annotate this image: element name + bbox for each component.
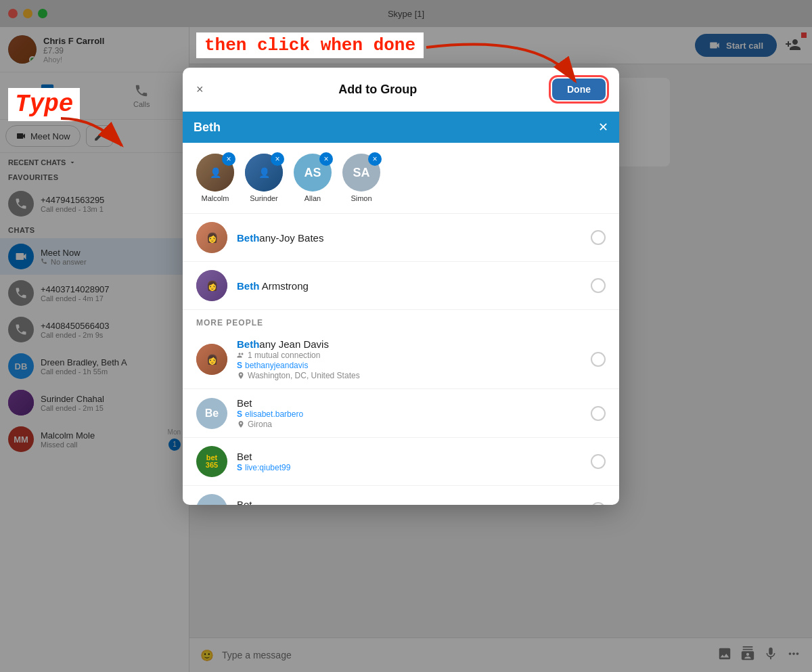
done-label: Done (567, 84, 591, 95)
modal-search-clear-button[interactable]: ✕ (598, 120, 608, 135)
modal-search-input[interactable] (194, 120, 598, 135)
contact-row-bethany-jean[interactable]: 👩 Bethany Jean Davis 1 mutual connection… (183, 330, 619, 389)
bet-barbero-initials: Be (205, 407, 219, 420)
chip-initials-allan: AS (304, 166, 321, 180)
bethany-jean-mutual: 1 mutual connection (248, 351, 320, 360)
bet-betianaformigo-display: Bet (237, 499, 252, 505)
contact-radio-beth-armstrong[interactable] (591, 278, 606, 293)
bethany-jean-skype: bethanyjeandavis (245, 361, 308, 370)
modal-header: × Add to Group Done (183, 68, 619, 112)
contact-row-bet-barbero[interactable]: Be Bet S elisabet.barbero Girona (183, 389, 619, 438)
contact-row-beth-armstrong[interactable]: 👩 Beth Armstrong (183, 262, 619, 310)
modal-close-button[interactable]: × (196, 83, 204, 97)
chip-allan: AS × Allan (294, 154, 332, 202)
contact-name-bethany-jean: Bethany Jean Davis (237, 338, 581, 350)
contact-row-bethany-joy[interactable]: 👩 Bethany-Joy Bates (183, 214, 619, 262)
contact-radio-bethany-jean[interactable] (591, 352, 606, 367)
bethany-jean-location: Washington, DC, United States (248, 371, 360, 380)
modal-search-bar: ✕ (183, 112, 619, 143)
chip-name-surinder: Surinder (250, 194, 278, 202)
modal-title: Add to Group (338, 83, 417, 97)
selected-contacts: 👤 × Malcolm 👤 × Surinder AS × Allan SA (183, 143, 619, 214)
chip-surinder: 👤 × Surinder (245, 154, 283, 202)
more-people-label: MORE PEOPLE (183, 310, 619, 330)
modal-done-button[interactable]: Done (552, 79, 606, 100)
chip-name-malcolm: Malcolm (202, 194, 229, 202)
chip-name-simon: Simon (351, 194, 371, 202)
add-to-group-modal: × Add to Group Done ✕ 👤 × Malcolm 👤 × Su… (183, 68, 619, 505)
chip-remove-malcolm[interactable]: × (222, 152, 235, 166)
contact-name-bethany-joy: Bethany-Joy Bates (237, 232, 581, 244)
chip-initials-simon: SA (353, 166, 369, 180)
chip-name-allan: Allan (304, 194, 321, 202)
contact-row-bet-betianaformigo[interactable]: Be Bet S betianaformigo (183, 486, 619, 505)
contact-name-bet-barbero: Bet (237, 397, 581, 409)
chip-remove-allan[interactable]: × (319, 152, 333, 166)
chip-malcolm: 👤 × Malcolm (196, 154, 234, 202)
contact-list: 👩 Bethany-Joy Bates 👩 Beth Armstrong MOR (183, 214, 619, 505)
contact-avatar-bet-barbero: Be (196, 398, 227, 429)
chip-remove-surinder[interactable]: × (271, 152, 284, 166)
bet-qiubet-initials: bet365 (206, 454, 218, 469)
contact-avatar-bethany-joy: 👩 (196, 222, 227, 253)
contact-name-bet-betianaformigo: Bet (237, 499, 581, 505)
chip-simon: SA × Simon (342, 154, 380, 202)
contact-radio-bet-betianaformigo[interactable] (591, 502, 606, 505)
contact-name-bet-qiubet: Bet (237, 451, 581, 462)
contact-avatar-bet-qiubet: bet365 (196, 446, 227, 477)
contact-radio-bet-barbero[interactable] (591, 406, 606, 421)
contact-radio-bethany-joy[interactable] (591, 230, 606, 245)
bet-betianaformigo-initials: Be (205, 503, 219, 505)
contact-avatar-beth-armstrong: 👩 (196, 270, 227, 301)
close-icon: × (196, 83, 204, 96)
contact-name-beth-armstrong: Beth Armstrong (237, 280, 581, 292)
contact-radio-bet-qiubet[interactable] (591, 454, 606, 469)
bet-barbero-display: Bet (237, 397, 252, 409)
bet-barbero-skype: elisabet.barbero (245, 409, 303, 419)
contact-avatar-bethany-jean: 👩 (196, 344, 227, 375)
contact-avatar-bet-betianaformigo: Be (196, 494, 227, 505)
bet-qiubet-display: Bet (237, 451, 252, 462)
bet-qiubet-skype: live:qiubet99 (245, 463, 290, 472)
chip-remove-simon[interactable]: × (368, 152, 382, 166)
bet-barbero-location: Girona (248, 420, 272, 429)
contact-row-bet-qiubet[interactable]: bet365 Bet S live:qiubet99 (183, 438, 619, 486)
